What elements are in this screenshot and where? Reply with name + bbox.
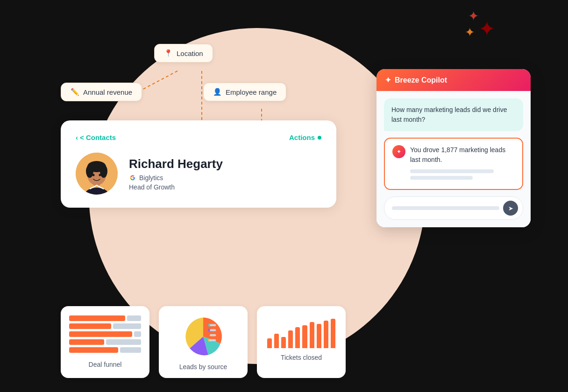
copilot-panel: ✦ Breeze Copilot How many marketing lead… bbox=[376, 69, 531, 227]
funnel-bar-gray-1 bbox=[127, 315, 141, 321]
bar-6 bbox=[302, 325, 307, 348]
skeleton-line-1 bbox=[410, 169, 494, 173]
funnel-bar-gray-5 bbox=[120, 347, 141, 353]
leads-pie-chart bbox=[182, 315, 224, 357]
bar-5 bbox=[295, 327, 300, 349]
annual-revenue-tag: ✏️ Annual revenue bbox=[61, 83, 142, 101]
bar-8 bbox=[317, 324, 321, 349]
send-icon: ➤ bbox=[508, 205, 513, 212]
funnel-bar-gray-2 bbox=[113, 323, 141, 329]
sparkle-large-icon: ✦ bbox=[478, 17, 496, 41]
bot-answer-text: You drove 1,877 marketing leads last mon… bbox=[410, 146, 505, 163]
annual-revenue-label: Annual revenue bbox=[83, 88, 132, 96]
scene: ✦ ✦ ✦ 📍 Location ✏️ Annual revenue 👤 Emp… bbox=[0, 0, 568, 392]
skeleton-lines bbox=[410, 169, 515, 180]
sparkle-orange-icon: ✦ bbox=[465, 25, 475, 40]
funnel-row-1 bbox=[69, 315, 141, 321]
actions-label: Actions bbox=[289, 133, 315, 141]
user-chat-bubble: How many marketing leads did we drive la… bbox=[384, 98, 523, 131]
copilot-body: How many marketing leads did we drive la… bbox=[376, 91, 531, 227]
bottom-cards: Deal funnel bbox=[61, 306, 346, 378]
bar-7 bbox=[310, 322, 314, 348]
actions-button[interactable]: Actions bbox=[289, 133, 321, 141]
skeleton-line-2 bbox=[410, 176, 473, 180]
funnel-bar-orange-5 bbox=[69, 347, 118, 353]
copilot-sparkle-icon: ✦ bbox=[385, 76, 391, 84]
deal-funnel-card: Deal funnel bbox=[61, 306, 149, 378]
contact-card: ‹ < Contacts Actions bbox=[61, 120, 336, 208]
sparkle-group: ✦ ✦ ✦ bbox=[458, 8, 496, 46]
deal-funnel-title: Deal funnel bbox=[89, 361, 122, 368]
funnel-bar-orange-2 bbox=[69, 323, 111, 329]
send-button[interactable]: ➤ bbox=[503, 201, 518, 216]
bar-10 bbox=[331, 319, 335, 348]
contacts-back-button[interactable]: ‹ < Contacts bbox=[76, 133, 116, 141]
location-label: Location bbox=[177, 49, 203, 57]
contacts-back-label: < Contacts bbox=[80, 133, 116, 141]
funnel-bar-orange-1 bbox=[69, 315, 125, 321]
job-title: Head of Growth bbox=[129, 183, 223, 191]
actions-dot-indicator bbox=[318, 136, 321, 140]
employee-range-label: Employee range bbox=[226, 88, 277, 96]
location-tag: 📍 Location bbox=[154, 44, 213, 63]
person-name: Richard Hegarty bbox=[129, 157, 223, 171]
employee-range-tag: 👤 Employee range bbox=[203, 83, 286, 101]
funnel-row-4 bbox=[69, 339, 141, 345]
bar-1 bbox=[267, 338, 272, 348]
bot-text: You drove 1,877 marketing leads last mon… bbox=[410, 145, 515, 182]
svg-point-9 bbox=[100, 165, 107, 178]
copilot-input-bar bbox=[392, 206, 499, 210]
location-icon: 📍 bbox=[164, 49, 173, 57]
bar-4 bbox=[288, 330, 293, 349]
card-header: ‹ < Contacts Actions bbox=[76, 133, 321, 141]
svg-point-11 bbox=[99, 174, 101, 176]
leads-by-source-card: Leads by source bbox=[159, 306, 248, 378]
copilot-title: Breeze Copilot bbox=[395, 76, 447, 84]
funnel-row-3 bbox=[69, 331, 141, 337]
svg-point-8 bbox=[86, 165, 93, 178]
company-row: Biglytics bbox=[129, 174, 223, 182]
bar-9 bbox=[324, 321, 328, 349]
funnel-bar-gray-3 bbox=[134, 331, 141, 337]
funnel-row-5 bbox=[69, 347, 141, 353]
leads-by-source-title: Leads by source bbox=[179, 363, 227, 371]
svg-point-10 bbox=[92, 174, 95, 176]
funnel-row-2 bbox=[69, 323, 141, 329]
person-details: Richard Hegarty Biglytics Head of Growth bbox=[129, 157, 223, 191]
user-question-text: How many marketing leads did we drive la… bbox=[391, 106, 507, 123]
copilot-input-row[interactable]: ➤ bbox=[384, 196, 523, 220]
bot-icon: ✦ bbox=[392, 145, 405, 158]
company-logo-icon bbox=[129, 174, 136, 182]
person-icon: 👤 bbox=[213, 88, 222, 96]
tickets-closed-card: Tickets closed bbox=[257, 306, 346, 378]
edit-icon: ✏️ bbox=[71, 88, 79, 96]
person-info: Richard Hegarty Biglytics Head of Growth bbox=[76, 153, 321, 195]
tickets-closed-title: Tickets closed bbox=[281, 354, 322, 361]
bot-row: ✦ You drove 1,877 marketing leads last m… bbox=[392, 145, 515, 182]
sparkle-small-icon: ✦ bbox=[468, 8, 479, 24]
bot-chat-bubble: ✦ You drove 1,877 marketing leads last m… bbox=[384, 138, 523, 190]
avatar bbox=[76, 153, 118, 195]
tickets-bar-chart bbox=[265, 315, 337, 348]
copilot-header: ✦ Breeze Copilot bbox=[376, 69, 531, 91]
funnel-bar-orange-4 bbox=[69, 339, 104, 345]
back-chevron-icon: ‹ bbox=[76, 133, 78, 141]
deal-funnel-chart bbox=[69, 315, 141, 355]
company-name: Biglytics bbox=[139, 174, 163, 182]
bar-2 bbox=[274, 334, 279, 349]
bar-3 bbox=[281, 337, 286, 349]
funnel-bar-gray-4 bbox=[106, 339, 141, 345]
funnel-bar-orange-3 bbox=[69, 331, 132, 337]
